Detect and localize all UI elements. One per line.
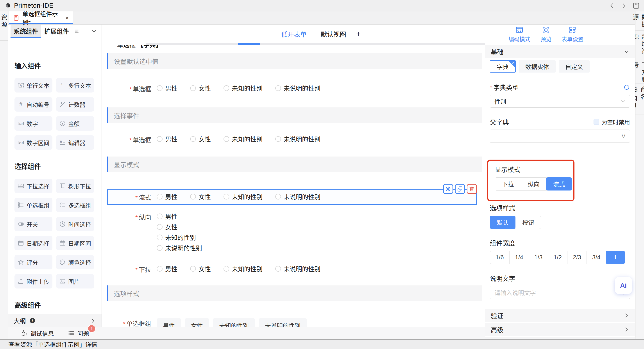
button-option[interactable]: 女性 — [185, 318, 209, 327]
palette-item-switch[interactable]: 开关 — [14, 217, 52, 231]
radio-circle-icon[interactable] — [224, 136, 229, 142]
radio-option[interactable]: 男性 — [157, 264, 178, 273]
chevron-down-icon[interactable] — [624, 49, 630, 55]
menu-icon[interactable] — [74, 24, 80, 38]
selected-component[interactable]: *流式男性女性未知的性别未说明的性别 — [107, 189, 477, 205]
nav-back-icon[interactable] — [609, 3, 615, 9]
view-tab[interactable]: 默认视图 — [321, 29, 346, 38]
left-rail-tab-resources[interactable]: 资源 — [0, 11, 8, 40]
add-view-button[interactable]: + — [356, 29, 360, 38]
segment-option[interactable]: 1/4 — [509, 251, 528, 264]
palette-item-counter[interactable]: 计数器 — [56, 97, 94, 112]
collapsed-section-样式[interactable]: 样式 — [485, 337, 635, 339]
radio-circle-icon[interactable] — [157, 235, 162, 240]
canvas-section-strip[interactable]: 显示模式 — [107, 157, 482, 172]
button-option[interactable]: 未说明的性别 — [259, 318, 307, 327]
source-tab-字典[interactable]: 字典✓ — [490, 60, 516, 72]
help-text-input[interactable]: 请输入说明文字 V — [490, 286, 630, 299]
radio-option[interactable]: 女性 — [190, 84, 211, 92]
radio-option[interactable]: 未说明的性别 — [275, 192, 320, 201]
right-rail-tab-3[interactable]: 命名Sql — [636, 84, 644, 114]
palette-item-time[interactable]: 时间选择 — [56, 217, 94, 231]
variable-binding-toggle[interactable]: V — [617, 130, 630, 142]
radio-option[interactable]: 未说明的性别 — [275, 84, 320, 92]
palette-item-radio-group[interactable]: 单选框组 — [14, 198, 52, 212]
delete-button[interactable] — [467, 184, 477, 194]
segment-option[interactable]: 1/3 — [528, 251, 548, 264]
palette-item-number[interactable]: 123数字 — [14, 116, 52, 131]
radio-circle-icon[interactable] — [190, 136, 196, 142]
palette-item-dropdown[interactable]: 下拉选择 — [14, 179, 52, 193]
radio-circle-icon[interactable] — [224, 194, 229, 200]
section-basic[interactable]: 基础 — [485, 45, 635, 58]
toolbar-form-settings[interactable]: 表单设置 — [562, 26, 584, 43]
form-row-单选框[interactable]: *单选框男性女性未知的性别未说明的性别 — [107, 84, 485, 93]
refresh-icon[interactable] — [624, 84, 630, 90]
save-icon[interactable] — [632, 2, 640, 9]
palette-item-date[interactable]: 日期选择 — [14, 236, 52, 250]
palette-item-currency[interactable]: ¥金额 — [56, 116, 94, 131]
chevron-right-icon[interactable] — [90, 318, 96, 324]
tab-system-components[interactable]: 系统组件 — [10, 24, 41, 38]
form-row-下拉[interactable]: *下拉男性女性未知的性别未说明的性别 — [107, 264, 485, 274]
horizontal-scrollbar[interactable] — [146, 43, 485, 45]
button-option[interactable]: 男性 — [157, 318, 181, 327]
palette-item-single-text[interactable]: A单行文本 — [14, 78, 52, 92]
right-rail-tab-1[interactable]: 离线资源 — [636, 31, 644, 59]
chevron-down-icon[interactable] — [91, 24, 97, 38]
radio-option[interactable]: 未知的性别 — [157, 233, 196, 242]
radio-option[interactable]: 男性 — [157, 84, 178, 92]
radio-option[interactable]: 未知的性别 — [224, 192, 262, 201]
palette-item-image[interactable]: 图片 — [56, 274, 94, 289]
toolbar-code-mode[interactable]: 编码模式 — [508, 26, 530, 43]
palette-item-color[interactable]: 颜色选择 — [56, 255, 94, 269]
collapsed-section-高级[interactable]: 高级 — [485, 323, 635, 336]
radio-circle-icon[interactable] — [275, 194, 281, 200]
segment-option[interactable]: 3/4 — [586, 251, 606, 264]
radio-circle-icon[interactable] — [190, 85, 196, 91]
canvas-section-strip[interactable]: 设置默认选中值 — [107, 53, 482, 69]
radio-option[interactable]: 未知的性别 — [224, 135, 262, 143]
tab-extension-components[interactable]: 扩展组件 — [41, 24, 72, 38]
radio-circle-icon[interactable] — [275, 85, 281, 91]
segment-option[interactable]: 2/3 — [567, 251, 586, 264]
palette-item-checkbox-group[interactable]: 多选框组 — [56, 198, 94, 212]
radio-circle-icon[interactable] — [190, 266, 196, 272]
radio-option[interactable]: 女性 — [190, 135, 211, 143]
radio-circle-icon[interactable] — [157, 224, 162, 230]
radio-option[interactable]: 未说明的性别 — [275, 135, 320, 143]
copy-button[interactable] — [455, 184, 465, 194]
segment-option[interactable]: 下拉 — [495, 178, 521, 190]
segment-option[interactable]: 默认 — [490, 216, 516, 229]
palette-item-rate[interactable]: 评分 — [14, 255, 52, 269]
palette-item-editor[interactable]: A编辑器 — [56, 135, 94, 150]
button-option[interactable]: 未知的性别 — [213, 318, 255, 327]
form-row-单选框组[interactable]: *单选框组男性女性未知的性别未说明的性别 — [107, 318, 485, 327]
debug-info-item[interactable]: 调试信息 — [20, 329, 54, 338]
source-tab-数据实体[interactable]: 数据实体 — [519, 60, 556, 72]
segment-option[interactable]: 按钮 — [515, 216, 541, 229]
palette-item-upload[interactable]: 附件上传 — [14, 274, 52, 289]
parent-dict-select[interactable]: V — [490, 130, 630, 143]
radio-circle-icon[interactable] — [224, 85, 229, 91]
toolbar-preview[interactable]: 预览 — [540, 26, 552, 43]
radio-option[interactable]: 未知的性别 — [224, 84, 262, 92]
segment-option[interactable]: 流式 — [546, 177, 572, 191]
radio-circle-icon[interactable] — [275, 266, 281, 272]
radio-option[interactable]: 男性 — [157, 135, 178, 143]
canvas-section-strip[interactable]: 选项样式 — [107, 286, 482, 301]
palette-item-number-range[interactable]: 1~3数字区间 — [14, 135, 52, 150]
radio-circle-icon[interactable] — [190, 194, 196, 200]
outline-bar[interactable]: 大纲 i — [8, 314, 102, 327]
radio-circle-icon[interactable] — [157, 194, 162, 200]
radio-circle-icon[interactable] — [157, 214, 162, 219]
form-row-单选框[interactable]: *单选框男性女性未知的性别未说明的性别 — [107, 135, 485, 144]
collapsed-section-验证[interactable]: 验证 — [485, 309, 635, 322]
dict-type-select[interactable]: 性别 — [490, 95, 630, 108]
radio-option[interactable]: 未说明的性别 — [275, 264, 320, 273]
form-row-纵向[interactable]: *纵向男性女性未知的性别未说明的性别 — [107, 212, 485, 252]
radio-option[interactable]: 女性 — [157, 223, 178, 231]
segment-option[interactable]: 1/6 — [490, 251, 509, 264]
radio-circle-icon[interactable] — [157, 266, 162, 272]
radio-circle-icon[interactable] — [157, 245, 162, 251]
